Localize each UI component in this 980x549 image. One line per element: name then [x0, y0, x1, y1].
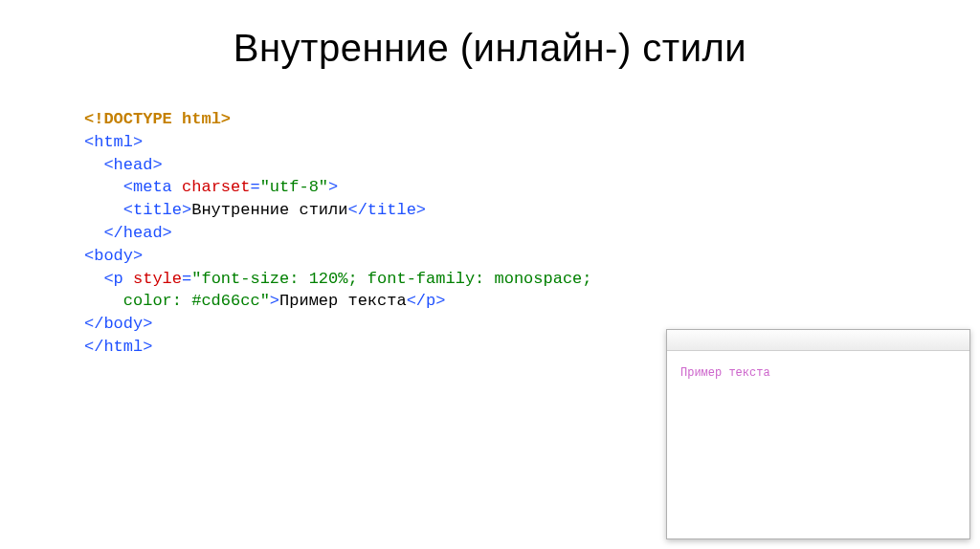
- code-token: <head>: [84, 156, 163, 174]
- code-token: >: [270, 292, 279, 310]
- code-token: =: [250, 178, 259, 196]
- code-token: <!DOCTYPE: [84, 110, 172, 128]
- code-token: style: [133, 270, 182, 288]
- code-token: <title>: [84, 201, 191, 219]
- preview-titlebar: [667, 330, 969, 351]
- code-token: </title>: [347, 201, 426, 219]
- code-token: Внутренние стили: [191, 201, 347, 219]
- code-token: Пример текста: [279, 292, 407, 310]
- code-token: >: [328, 178, 338, 196]
- code-token: color: #cd66cc": [84, 292, 270, 310]
- code-token: <meta: [84, 178, 182, 196]
- code-token: "utf-8": [260, 178, 328, 196]
- preview-output-text: Пример текста: [680, 366, 770, 380]
- preview-window: Пример текста: [666, 329, 970, 539]
- code-token: "font-size: 120%; font-family: monospace…: [191, 270, 591, 288]
- code-token: <p: [84, 270, 133, 288]
- code-token: charset: [182, 178, 250, 196]
- code-token: </html>: [84, 338, 152, 356]
- code-token: </body>: [84, 315, 152, 333]
- code-token: </head>: [84, 224, 172, 242]
- code-example: <!DOCTYPE html> <html> <head> <meta char…: [0, 79, 980, 359]
- slide-title: Внутренние (инлайн-) стили: [0, 0, 980, 79]
- code-token: <html>: [84, 133, 143, 151]
- code-token: <body>: [84, 247, 143, 265]
- preview-body: Пример текста: [667, 351, 969, 391]
- code-token: html>: [172, 110, 231, 128]
- code-token: </p>: [407, 292, 446, 310]
- code-token: =: [182, 270, 191, 288]
